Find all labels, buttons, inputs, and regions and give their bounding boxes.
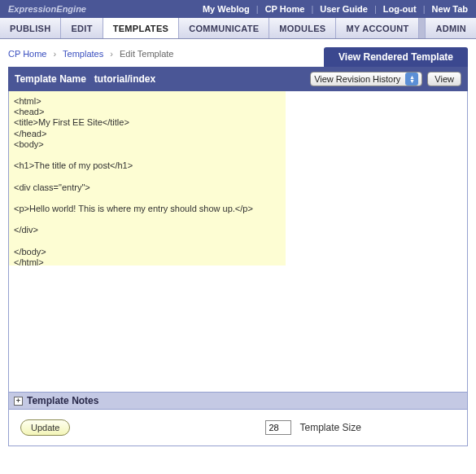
brand-label: ExpressionEngine [8, 4, 86, 14]
crumb-sep: › [110, 49, 113, 59]
separator: | [256, 4, 259, 14]
update-button[interactable]: Update [20, 419, 70, 436]
template-name-label: Template Name [15, 73, 86, 85]
tab-communicate[interactable]: COMMUNICATE [179, 18, 269, 38]
template-size-label: Template Size [299, 422, 360, 433]
template-titlebar: Template Name tutorial/index View Revisi… [8, 67, 468, 91]
crumb-templates[interactable]: Templates [63, 49, 103, 59]
crumb-cp-home[interactable]: CP Home [8, 49, 46, 59]
view-button[interactable]: View [427, 72, 461, 86]
expand-icon: + [14, 397, 23, 406]
tab-admin[interactable]: ADMIN [425, 18, 476, 38]
select-arrows-icon: ▲▼ [405, 72, 418, 86]
crumb-current: Edit Template [120, 49, 173, 59]
crumb-sep: › [54, 49, 57, 59]
template-size-input[interactable] [265, 420, 291, 435]
footer-controls: Update Template Size [8, 410, 468, 446]
separator: | [374, 4, 377, 14]
topbar-links: My Weblog| CP Home| User Guide| Log-out|… [203, 4, 468, 14]
template-name-value: tutorial/index [94, 73, 155, 85]
revision-history-select[interactable]: View Revision History ▲▼ [310, 72, 422, 86]
template-editor[interactable] [9, 91, 286, 266]
topbar: ExpressionEngine My Weblog| CP Home| Use… [0, 0, 476, 18]
tab-templates[interactable]: TEMPLATES [103, 18, 180, 38]
revision-history-label: View Revision History [314, 74, 400, 84]
template-notes-toggle[interactable]: + Template Notes [8, 393, 468, 410]
link-cp-home[interactable]: CP Home [265, 4, 305, 14]
tab-my-account[interactable]: MY ACCOUNT [336, 18, 419, 38]
editor-container [8, 91, 468, 393]
link-log-out[interactable]: Log-out [383, 4, 417, 14]
separator: | [423, 4, 426, 14]
tab-modules[interactable]: MODULES [269, 18, 336, 38]
tab-edit[interactable]: EDIT [61, 18, 103, 38]
template-notes-label: Template Notes [27, 395, 98, 406]
link-user-guide[interactable]: User Guide [320, 4, 368, 14]
tab-publish[interactable]: PUBLISH [0, 18, 61, 38]
link-new-tab[interactable]: New Tab [432, 4, 468, 14]
main-tabs: PUBLISH EDIT TEMPLATES COMMUNICATE MODUL… [0, 18, 476, 39]
view-rendered-button[interactable]: View Rendered Template [324, 47, 468, 67]
separator: | [311, 4, 313, 14]
link-my-weblog[interactable]: My Weblog [203, 4, 250, 14]
